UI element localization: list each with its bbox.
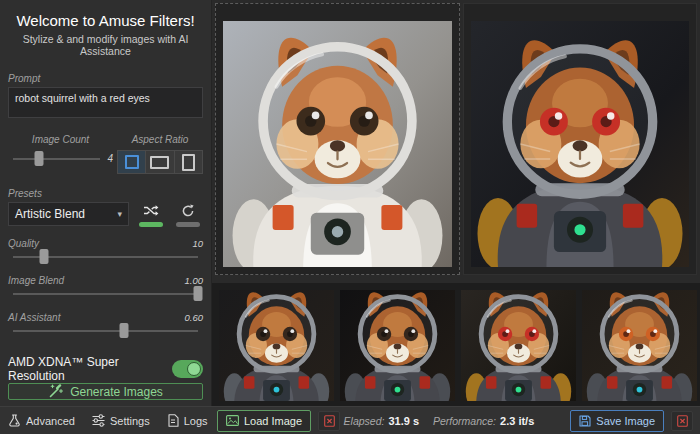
- shuffle-preset-button[interactable]: [143, 202, 159, 219]
- presets-label: Presets: [8, 188, 203, 199]
- landscape-ratio-icon: [150, 156, 169, 169]
- delete-image-icon: [677, 415, 688, 427]
- image-blend-slider[interactable]: [13, 286, 198, 301]
- thumbnail-4[interactable]: [582, 290, 697, 401]
- result-image[interactable]: [471, 21, 689, 267]
- shuffle-active-indicator: [139, 222, 163, 227]
- image-count-label: Image Count: [8, 134, 113, 145]
- aspect-landscape-button[interactable]: [146, 151, 174, 173]
- prompt-label: Prompt: [8, 73, 203, 84]
- advanced-label: Advanced: [26, 415, 75, 427]
- status-bar: Advanced Settings Logs i: [0, 406, 700, 434]
- load-image-label: Load Image: [244, 415, 302, 427]
- thumbnail-1[interactable]: [219, 290, 334, 401]
- image-count-slider[interactable]: [13, 151, 100, 166]
- sidebar: Welcome to Amuse Filters! Stylize & and …: [0, 0, 212, 406]
- refresh-preset-button[interactable]: [181, 202, 195, 219]
- settings-sliders-icon: [92, 414, 105, 427]
- square-ratio-icon: [125, 155, 139, 169]
- page-subtitle: Stylize & and modify images with AI Assi…: [8, 33, 203, 57]
- page-title: Welcome to Amuse Filters!: [8, 12, 203, 29]
- elapsed-value: 31.9 s: [388, 415, 419, 427]
- delete-result-image-button[interactable]: [671, 411, 693, 431]
- thumbnail-3[interactable]: [461, 290, 576, 401]
- source-image-dropzone[interactable]: [215, 3, 460, 275]
- super-resolution-toggle[interactable]: [172, 360, 203, 378]
- presets-selected-value: Artistic Blend: [15, 207, 85, 221]
- portrait-ratio-icon: [182, 154, 195, 171]
- advanced-button[interactable]: Advanced: [8, 414, 75, 427]
- save-floppy-icon: [579, 415, 591, 427]
- save-image-label: Save Image: [596, 415, 655, 427]
- image-blend-label: Image Blend: [8, 275, 64, 286]
- quality-slider-thumb[interactable]: [40, 249, 49, 264]
- aspect-square-button[interactable]: [118, 151, 146, 173]
- quality-slider[interactable]: [13, 249, 198, 264]
- image-count-slider-thumb[interactable]: [35, 151, 44, 166]
- load-image-icon: [226, 415, 239, 426]
- image-blend-value: 1.00: [185, 275, 204, 286]
- logs-button[interactable]: Logs: [167, 414, 208, 427]
- settings-button[interactable]: Settings: [92, 414, 150, 427]
- generate-images-label: Generate Images: [70, 385, 163, 399]
- advanced-beaker-icon: [8, 414, 21, 427]
- aspect-portrait-button[interactable]: [175, 151, 202, 173]
- thumbnail-strip: [212, 283, 700, 406]
- ai-assistant-slider[interactable]: [13, 323, 198, 338]
- load-image-button[interactable]: Load Image: [217, 410, 311, 432]
- generate-images-button[interactable]: Generate Images: [8, 383, 203, 400]
- clear-source-image-button[interactable]: [318, 411, 340, 431]
- settings-label: Settings: [110, 415, 150, 427]
- save-image-button[interactable]: Save Image: [570, 410, 664, 432]
- magic-wand-icon: [48, 384, 63, 399]
- logs-document-icon: [167, 414, 179, 427]
- elapsed-label: Elapsed:: [344, 415, 385, 427]
- presets-dropdown[interactable]: Artistic Blend ▾: [8, 202, 129, 226]
- image-blend-slider-thumb[interactable]: [194, 286, 203, 301]
- image-workspace: [212, 0, 700, 406]
- performance-value: 2.3 it/s: [500, 415, 534, 427]
- quality-value: 10: [192, 238, 203, 249]
- delete-image-icon: [324, 415, 335, 427]
- performance-label: Performance:: [433, 415, 496, 427]
- result-image-panel[interactable]: [463, 3, 697, 275]
- shuffle-icon: [143, 204, 159, 217]
- super-resolution-label: AMD XDNA™ Super Resolution: [8, 355, 164, 383]
- ai-assistant-slider-thumb[interactable]: [120, 323, 129, 338]
- elapsed-stat: Elapsed: 31.9 s: [344, 415, 419, 427]
- refresh-inactive-indicator: [176, 222, 200, 227]
- thumbnail-2[interactable]: [340, 290, 455, 401]
- aspect-ratio-label: Aspect Ratio: [117, 134, 203, 145]
- source-image[interactable]: [223, 21, 452, 267]
- amuse-app-window: Welcome to Amuse Filters! Stylize & and …: [0, 0, 700, 434]
- image-count-value: 4: [107, 153, 113, 164]
- refresh-icon: [181, 204, 195, 218]
- prompt-input[interactable]: robot squirrel with a red eyes: [8, 87, 203, 118]
- toggle-knob: [187, 362, 201, 376]
- ai-assistant-label: AI Assistant: [8, 312, 60, 323]
- performance-stat: Performance: 2.3 it/s: [433, 415, 534, 427]
- ai-assistant-value: 0.60: [185, 312, 204, 323]
- aspect-ratio-group: [117, 150, 203, 174]
- chevron-down-icon: ▾: [117, 209, 122, 219]
- logs-label: Logs: [184, 415, 208, 427]
- quality-label: Quality: [8, 238, 39, 249]
